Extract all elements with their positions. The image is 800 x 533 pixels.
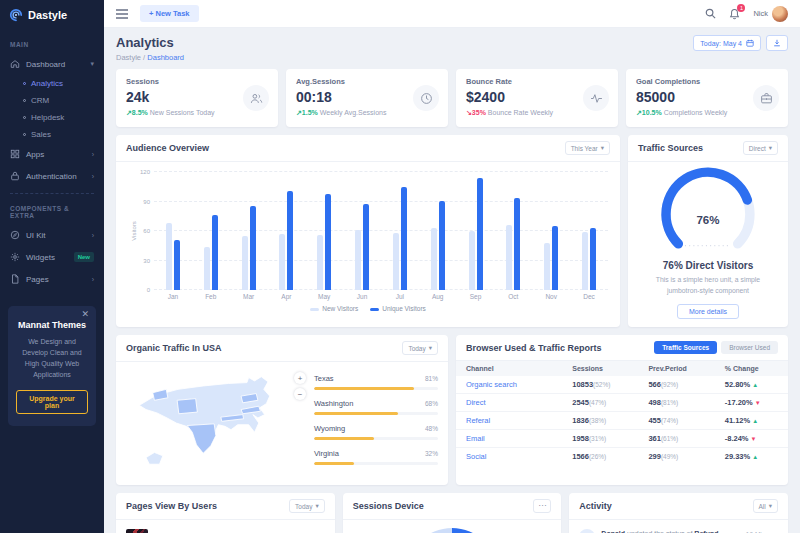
report-row[interactable]: Organic search10853(52%)566(92%)52.80% ▲: [456, 376, 788, 394]
pages-view-list: Dastyle - Admin Dashboard4.3k: [116, 520, 335, 533]
activity-item[interactable]: Donald updated the status of Refund #123…: [569, 520, 788, 533]
sidebar-item-authentication[interactable]: Authentication›: [0, 165, 104, 187]
bar-group-jul[interactable]: [381, 172, 419, 290]
stat-card-goal-completions: Goal Completions85000↗10.5% Completions …: [626, 69, 788, 127]
x-tick-label: Jul: [381, 293, 419, 300]
stat-delta: ↗1.5% Weekly Avg.Sessions: [296, 109, 438, 117]
chevron-right-icon: ›: [92, 276, 94, 283]
nav-section-label: MAIN: [0, 30, 104, 53]
stat-delta: ↗10.5% Completions Weekly: [636, 109, 778, 117]
bar-group-dec[interactable]: [570, 172, 608, 290]
sidebar-subitem-analytics[interactable]: Analytics: [0, 75, 104, 92]
date-picker-button[interactable]: Today: May 4: [693, 35, 761, 51]
topbar: + New Task 1 Nick: [104, 0, 800, 28]
card-title: Pages View By Users: [126, 501, 217, 511]
sidebar-item-ui-kit[interactable]: UI Kit›: [0, 224, 104, 246]
bar-group-aug[interactable]: [419, 172, 457, 290]
organic-traffic-filter-dropdown[interactable]: Today ▾: [402, 341, 438, 355]
upgrade-plan-button[interactable]: Upgrade your plan: [16, 390, 88, 414]
sidebar: Dastyle MAINDashboard▾AnalyticsCRMHelpde…: [0, 0, 104, 533]
traffic-sources-description: This is a simple hero unit, a simple jum…: [638, 275, 778, 296]
x-tick-label: Feb: [192, 293, 230, 300]
breadcrumb-current[interactable]: Dashboard: [147, 53, 184, 62]
chevron-down-icon: ▾: [769, 502, 772, 510]
pages-view-filter-dropdown[interactable]: Today ▾: [289, 499, 325, 513]
stat-delta: ↗8.5% New Sessions Today: [126, 109, 268, 117]
organic-traffic-card: Organic Traffic In USA Today ▾: [116, 335, 448, 485]
bar-group-feb[interactable]: [192, 172, 230, 290]
close-icon[interactable]: ✕: [81, 309, 89, 319]
search-icon[interactable]: [705, 8, 716, 19]
more-details-button[interactable]: More details: [677, 304, 739, 319]
bar-group-mar[interactable]: [230, 172, 268, 290]
pulse-icon: [583, 85, 609, 111]
page-view-row[interactable]: Dastyle - Admin Dashboard4.3k: [116, 520, 335, 533]
state-row-virginia[interactable]: Virginia32%: [314, 449, 438, 465]
bullet-icon: [23, 99, 26, 102]
report-row[interactable]: Email1958(31%)361(61%)-8.24% ▼: [456, 430, 788, 448]
triangle-up-icon: ▲: [752, 418, 758, 424]
bar-group-nov[interactable]: [532, 172, 570, 290]
audience-filter-dropdown[interactable]: This Year ▾: [565, 141, 610, 155]
download-button[interactable]: [766, 35, 788, 51]
traffic-sources-filter-dropdown[interactable]: Direct ▾: [743, 141, 778, 155]
activity-text: Donald updated the status of Refund #123…: [601, 529, 740, 533]
page-title: Analytics: [116, 35, 184, 50]
filter-label: This Year: [571, 145, 598, 152]
channel-link: Email: [456, 430, 562, 448]
state-traffic-list: Texas81%Washington68%Wyoming48%Virginia3…: [314, 370, 438, 480]
brand-logo[interactable]: Dastyle: [0, 0, 104, 30]
new-task-button[interactable]: + New Task: [140, 5, 199, 22]
promo-card: ✕ Mannat Themes We Design and Develop Cl…: [8, 306, 96, 426]
card-title: Organic Traffic In USA: [126, 343, 222, 353]
state-name: Texas: [314, 374, 334, 383]
report-tabs: Traffic SourcesBrowser Used: [654, 341, 778, 354]
sidebar-subitem-helpdesk[interactable]: Helpdesk: [0, 109, 104, 126]
map-zoom-out-button[interactable]: −: [294, 388, 306, 400]
map-zoom-in-button[interactable]: +: [294, 372, 306, 384]
hamburger-menu-icon[interactable]: [116, 9, 128, 19]
bar-group-apr[interactable]: [267, 172, 305, 290]
sidebar-subitem-crm[interactable]: CRM: [0, 92, 104, 109]
promo-text: We Design and Develop Clean and High Qua…: [16, 337, 88, 380]
more-horizontal-icon: ⋯: [538, 501, 546, 510]
legend-item[interactable]: New Visitors: [310, 305, 358, 312]
user-menu[interactable]: Nick: [753, 6, 788, 22]
state-row-wyoming[interactable]: Wyoming48%: [314, 424, 438, 440]
bar-group-may[interactable]: [305, 172, 343, 290]
traffic-sources-heading: 76% Direct Visitors: [638, 260, 778, 271]
report-row[interactable]: Referal1836(38%)455(74%)41.12% ▲: [456, 412, 788, 430]
tab-browser-used[interactable]: Browser Used: [721, 341, 778, 354]
sidebar-item-apps[interactable]: Apps›: [0, 143, 104, 165]
chevron-down-icon: ▾: [90, 60, 94, 68]
more-options-button[interactable]: ⋯: [533, 499, 551, 513]
report-row[interactable]: Direct2545(47%)498(81%)-17.20% ▼: [456, 394, 788, 412]
sidebar-item-pages[interactable]: Pages›: [0, 268, 104, 290]
donut-chart: [406, 528, 498, 533]
filter-label: All: [759, 503, 766, 510]
activity-filter-dropdown[interactable]: All ▾: [753, 499, 779, 513]
bar-group-jun[interactable]: [343, 172, 381, 290]
breadcrumb-parent[interactable]: Dastyle: [116, 53, 141, 62]
x-tick-label: Mar: [230, 293, 268, 300]
tab-traffic-sources[interactable]: Traffic Sources: [654, 341, 717, 354]
sidebar-item-widgets[interactable]: WidgetsNew: [0, 246, 104, 268]
triangle-up-icon: ▲: [752, 454, 758, 460]
card-title: Activity: [579, 501, 612, 511]
app-window: Dastyle MAINDashboard▾AnalyticsCRMHelpde…: [0, 0, 800, 533]
usa-map[interactable]: + −: [126, 370, 304, 480]
state-row-texas[interactable]: Texas81%: [314, 374, 438, 390]
bar-group-oct[interactable]: [494, 172, 532, 290]
bell-icon[interactable]: 1: [729, 8, 740, 20]
state-row-washington[interactable]: Washington68%: [314, 399, 438, 415]
legend-item[interactable]: Unique Visitors: [370, 305, 426, 312]
triangle-down-icon: ▼: [751, 436, 757, 442]
report-row[interactable]: Social1566(26%)299(49%)29.33% ▲: [456, 448, 788, 466]
state-name: Wyoming: [314, 424, 345, 433]
sidebar-subitem-sales[interactable]: Sales: [0, 126, 104, 143]
bar-group-sep[interactable]: [457, 172, 495, 290]
sidebar-item-dashboard[interactable]: Dashboard▾: [0, 53, 104, 75]
bar-group-jan[interactable]: [154, 172, 192, 290]
traffic-sources-card: Traffic Sources Direct ▾ 76%: [628, 135, 788, 327]
main-area: + New Task 1 Nick Analytics: [104, 0, 800, 533]
